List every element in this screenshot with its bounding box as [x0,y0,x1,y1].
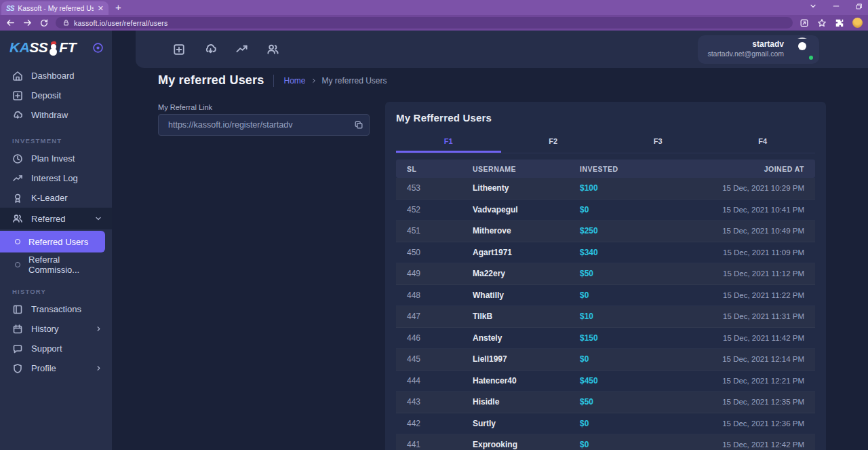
referral-level-tabs: F1 F2 F3 F4 [396,133,815,153]
tab-search-chevron-icon[interactable] [809,2,817,10]
referred-users-card: My Refferred Users F1 F2 F3 F4 SL USERNA… [385,102,826,450]
chat-icon [12,343,23,354]
sidebar-item-withdraw[interactable]: Withdraw [0,105,112,125]
cell-invested: $0 [580,419,665,428]
tab-f4[interactable]: F4 [711,133,816,153]
copy-button[interactable] [349,115,369,135]
title-divider [273,75,274,87]
cell-username: Anstely [473,333,580,343]
cell-sl: 452 [407,205,473,214]
tab-f2[interactable]: F2 [501,133,606,153]
sidebar-toggle-icon[interactable] [92,42,104,54]
minimize-icon[interactable] [832,2,840,10]
back-icon[interactable] [5,18,16,28]
logo-text-ka: KA [9,39,29,56]
table-row: 453 Litheenty $100 15 Dec, 2021 10:29 PM [396,178,815,200]
kassoft-logo[interactable]: KASSFT [9,39,76,56]
quick-deposit-button[interactable] [171,41,187,58]
sidebar-item-interest-log[interactable]: Interest Log [0,168,112,188]
cell-joined: 15 Dec, 2021 12:35 PM [665,398,804,406]
browser-tab-strip: SS Kassoft - My referred Users ✕ + [0,0,868,15]
sidebar-item-deposit[interactable]: Deposit [0,86,112,105]
table-row: 447 TilkB $10 15 Dec, 2021 11:31 PM [396,306,815,328]
cell-invested: $100 [580,183,665,193]
sidebar: KASSFT Dashboard Deposit Withdraw INVEST… [0,31,112,450]
cloud-download-icon [12,110,23,121]
user-profile-chip[interactable]: startadv startadv.net@gmail.com [698,35,819,64]
breadcrumb-current: My referred Users [322,76,387,86]
breadcrumb-home-link[interactable]: Home [283,76,305,86]
cell-joined: 15 Dec, 2021 11:31 PM [665,312,804,320]
sidebar-section-investment: INVESTMENT [12,137,112,145]
sidebar-item-label: Support [31,343,102,354]
cell-joined: 15 Dec, 2021 10:41 PM [665,206,804,214]
sidebar-item-label: Referred Users [28,237,88,247]
forward-icon[interactable] [22,18,33,28]
cell-username: Liell1997 [473,354,580,364]
chevron-right-icon [95,364,102,372]
browser-profile-avatar[interactable] [852,18,863,28]
sidebar-item-label: Transactions [31,304,102,314]
cell-invested: $150 [580,333,665,343]
sidebar-item-support[interactable]: Support [0,339,112,358]
clock-icon [12,153,23,164]
chevron-down-icon [94,214,102,223]
table-row: 452 Vadvapegul $0 15 Dec, 2021 10:41 PM [396,200,815,221]
quick-referred-button[interactable] [264,41,281,58]
shield-icon [12,363,23,374]
cell-sl: 447 [407,312,473,321]
extensions-puzzle-icon[interactable] [835,18,844,28]
bookmark-star-icon[interactable] [817,18,827,28]
col-header-invested: INVESTED [580,165,665,173]
trending-up-icon [235,43,248,56]
sidebar-item-label: Referred [31,214,86,224]
tab-close-icon[interactable]: ✕ [98,5,104,12]
sidebar-item-label: Profile [31,363,87,373]
plus-square-icon [12,90,23,101]
sidebar-item-referred[interactable]: Referred [0,208,112,229]
trending-up-icon [12,173,23,184]
sidebar-item-profile[interactable]: Profile [0,358,112,378]
browser-tab[interactable]: SS Kassoft - My referred Users ✕ [1,1,108,15]
cell-joined: 15 Dec, 2021 12:14 PM [665,355,804,363]
copy-icon [354,120,363,130]
calendar-icon [12,324,23,335]
quick-withdraw-button[interactable] [202,41,218,58]
sidebar-item-plan-invest[interactable]: Plan Invest [0,149,112,168]
tab-f3[interactable]: F3 [606,133,711,153]
table-row: 442 Surtly $0 15 Dec, 2021 12:36 PM [396,413,815,435]
table-row: 445 Liell1997 $0 15 Dec, 2021 12:14 PM [396,349,815,371]
table-row: 450 Agart1971 $340 15 Dec, 2021 11:09 PM [396,242,815,264]
cell-sl: 453 [407,183,473,193]
app-window: KASSFT Dashboard Deposit Withdraw INVEST… [0,31,868,450]
restore-window-icon[interactable] [855,3,863,10]
sidebar-item-label: Withdraw [31,110,102,120]
sidebar-item-dashboard[interactable]: Dashboard [0,66,112,86]
cloud-download-icon [204,43,217,56]
users-icon [267,43,279,56]
address-bar[interactable]: kassoft.io/user/referral/users [56,17,793,29]
referral-link-input[interactable] [159,120,349,130]
cell-joined: 15 Dec, 2021 12:21 PM [665,377,804,385]
cell-invested: $50 [580,269,665,278]
sidebar-item-referred-users[interactable]: Referred Users [0,231,105,252]
cell-username: Agart1971 [473,248,580,257]
cell-username: Whatilly [473,290,580,300]
refresh-icon[interactable] [39,18,49,28]
cell-joined: 15 Dec, 2021 11:12 PM [665,269,804,278]
plus-square-icon [173,43,185,56]
sidebar-item-referral-commission[interactable]: Referral Commissio... [0,254,112,276]
sidebar-item-label: History [31,324,87,334]
table-body: 453 Litheenty $100 15 Dec, 2021 10:29 PM… [396,178,815,450]
tab-f1[interactable]: F1 [396,133,501,153]
cell-sl: 451 [407,226,473,236]
quick-interest-log-button[interactable] [233,41,250,58]
sidebar-item-k-leader[interactable]: K-Leader [0,188,112,208]
table-row: 443 Hisidle $50 15 Dec, 2021 12:35 PM [396,392,815,413]
sidebar-item-transactions[interactable]: Transactions [0,299,112,319]
new-tab-button[interactable]: + [115,1,121,13]
sidebar-item-history[interactable]: History [0,319,112,339]
table-row: 444 Hatencer40 $450 15 Dec, 2021 12:21 P… [396,371,815,392]
share-icon[interactable] [800,18,809,28]
cell-username: TilkB [473,312,580,321]
